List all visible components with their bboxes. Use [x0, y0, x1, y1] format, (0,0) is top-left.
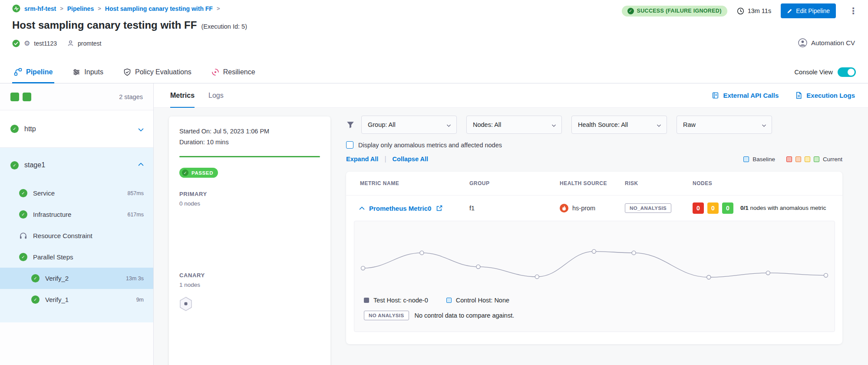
- stages-count: 2 stages: [119, 93, 143, 100]
- success-check-icon: [19, 253, 27, 261]
- environment-name: promtest: [78, 40, 101, 47]
- no-analysis-badge: NO ANALYSIS: [364, 311, 409, 320]
- breadcrumb-pipeline-name[interactable]: Host sampling canary testing with FF: [105, 5, 213, 12]
- verification-summary-card: Started On: Jul 5, 2023 1:06 PM Duration…: [169, 116, 330, 365]
- duration: Duration: 10 mins: [179, 139, 320, 146]
- chart-host-legend: Test Host: c-node-0 Control Host: None: [364, 297, 835, 304]
- control-host-legend: Control Host: None: [446, 297, 509, 304]
- console-view-toggle[interactable]: [838, 67, 856, 77]
- canary-node-count: 1 nodes: [179, 282, 320, 288]
- raw-filter-select[interactable]: Raw: [677, 116, 772, 134]
- service-status-icon: [12, 40, 20, 47]
- anomalous-checkbox-label: Display only anomalous metrics and affec…: [358, 142, 502, 149]
- tab-pipeline[interactable]: Pipeline: [12, 61, 54, 83]
- external-link-icon[interactable]: [436, 205, 442, 211]
- breadcrumb-project[interactable]: srm-hf-test: [24, 5, 56, 12]
- step-item-verify-2[interactable]: Verify_2 13m 3s: [0, 268, 153, 289]
- metric-line-chart: [354, 228, 835, 293]
- external-api-calls-label: External API Calls: [723, 92, 779, 99]
- current-orange-legend-icon: [795, 156, 801, 162]
- step-item-verify-1[interactable]: Verify_1 9m: [0, 289, 153, 310]
- passed-badge: PASSED: [179, 168, 218, 178]
- api-doc-icon: [712, 92, 719, 99]
- success-check-icon: [182, 169, 188, 176]
- step-duration: 617ms: [127, 212, 144, 218]
- no-analysis-message: No control data to compare against.: [415, 312, 515, 319]
- stages-sidebar: 2 stages http stage1 Service 857ms: [0, 83, 154, 365]
- tab-resilience[interactable]: Resilience: [210, 61, 257, 83]
- tab-logs-label: Logs: [208, 92, 224, 100]
- step-item-service[interactable]: Service 857ms: [0, 182, 153, 204]
- breadcrumb: srm-hf-test > Pipelines > Host sampling …: [12, 4, 220, 13]
- chaos-icon: [211, 68, 219, 76]
- step-label: Verify_1: [45, 296, 69, 303]
- meta-row: ⚙ test1123 promtest: [12, 39, 101, 47]
- sliders-icon: [73, 68, 80, 76]
- tab-inputs[interactable]: Inputs: [71, 61, 105, 83]
- collapse-all-link[interactable]: Collapse All: [393, 156, 428, 163]
- test-host-swatch-icon: [364, 298, 369, 303]
- tab-metrics[interactable]: Metrics: [170, 83, 195, 107]
- metric-chart-container: Test Host: c-node-0 Control Host: None N…: [354, 221, 835, 332]
- shield-check-icon: [123, 68, 131, 76]
- stage-item-http[interactable]: http: [0, 110, 153, 148]
- tab-logs[interactable]: Logs: [208, 83, 224, 107]
- page-title: Host sampling canary testing with FF: [12, 19, 197, 31]
- trigger-user-name: Automation CV: [811, 39, 855, 46]
- step-duration: 9m: [136, 297, 144, 303]
- anomalous-nodes-ratio: 0/1: [740, 205, 749, 211]
- health-source-filter-value: Health Source: All: [578, 121, 628, 128]
- started-on: Started On: Jul 5, 2023 1:06 PM: [179, 128, 320, 135]
- step-label: Parallel Steps: [33, 253, 73, 261]
- test-host-legend: Test Host: c-node-0: [364, 297, 428, 304]
- edit-pipeline-button[interactable]: Edit Pipeline: [781, 3, 836, 18]
- step-duration: 857ms: [127, 190, 144, 196]
- health-source-filter-select[interactable]: Health Source: All: [571, 116, 667, 134]
- content-area: 2 stages http stage1 Service 857ms: [0, 83, 868, 365]
- breadcrumb-separator: >: [217, 5, 220, 12]
- trigger-user: Automation CV: [798, 38, 855, 47]
- metrics-table-card: METRIC NAME GROUP HEALTH SOURCE RISK NOD…: [346, 172, 842, 344]
- tab-policy-evaluations[interactable]: Policy Evaluations: [122, 61, 193, 83]
- metric-group-value: f1: [469, 205, 560, 212]
- header: srm-hf-test > Pipelines > Host sampling …: [0, 0, 868, 61]
- chevron-down-icon[interactable]: [138, 126, 144, 132]
- log-file-icon: [795, 92, 802, 99]
- title-row: Host sampling canary testing with FF (Ex…: [12, 19, 247, 31]
- expand-collapse-row: Expand All | Collapse All Baseline Curre…: [346, 155, 842, 163]
- anomalous-checkbox[interactable]: [346, 141, 353, 149]
- expand-all-link[interactable]: Expand All: [346, 156, 378, 163]
- external-api-calls-link[interactable]: External API Calls: [712, 92, 779, 99]
- chevron-down-icon: [552, 123, 556, 127]
- current-yellow-legend-icon: [805, 156, 810, 162]
- row-collapse-chevron-icon[interactable]: [359, 206, 365, 212]
- breadcrumb-pipelines[interactable]: Pipelines: [67, 5, 94, 12]
- step-item-parallel-steps[interactable]: Parallel Steps: [0, 246, 153, 268]
- header-actions: SUCCESS (FAILURE IGNORED) 13m 11s Edit P…: [622, 3, 861, 18]
- stage-item-stage1[interactable]: stage1: [0, 148, 153, 182]
- col-health-source: HEALTH SOURCE: [560, 180, 625, 186]
- metric-name-link[interactable]: Prometheus Metric0: [369, 205, 431, 212]
- group-filter-select[interactable]: Group: All: [361, 116, 457, 134]
- srm-module-icon: [12, 4, 20, 13]
- raw-filter-value: Raw: [683, 121, 696, 128]
- chevron-up-icon[interactable]: [138, 163, 144, 168]
- canary-node-hexagon[interactable]: [179, 297, 192, 313]
- more-options-icon[interactable]: ⋮: [845, 3, 861, 18]
- pipeline-icon: [14, 68, 22, 76]
- console-view-label: Console View: [795, 69, 833, 76]
- step-item-resource-constraint[interactable]: Resource Constraint: [0, 225, 153, 246]
- avatar: [798, 38, 807, 47]
- success-check-icon: [31, 295, 40, 304]
- step-label: Resource Constraint: [33, 232, 92, 239]
- step-item-infrastructure[interactable]: Infrastructure 617ms: [0, 204, 153, 225]
- environment-icon: [67, 40, 74, 46]
- main-tab-bar: Pipeline Inputs Policy Evaluations Resil…: [0, 61, 868, 83]
- health-source-prometheus-icon: [560, 204, 568, 212]
- execution-logs-link[interactable]: Execution Logs: [795, 92, 855, 99]
- top-right-links: External API Calls Execution Logs: [712, 92, 855, 99]
- nodes-filter-select[interactable]: Nodes: All: [466, 116, 562, 134]
- elapsed-time: 13m 11s: [737, 7, 772, 15]
- anomalous-filter-row: Display only anomalous metrics and affec…: [346, 141, 842, 149]
- canary-label: CANARY: [179, 272, 320, 279]
